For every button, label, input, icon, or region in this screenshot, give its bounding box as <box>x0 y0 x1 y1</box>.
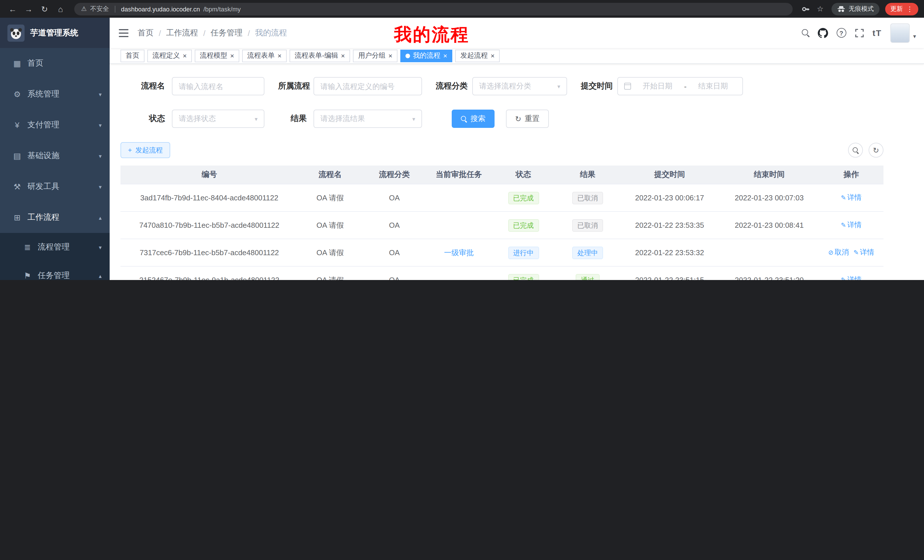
calendar-icon <box>624 83 631 90</box>
detail-button[interactable]: ✎详情 <box>841 220 861 230</box>
chevron-down-icon: ▾ <box>99 91 102 97</box>
edit-icon: ✎ <box>841 276 846 280</box>
list-icon: ≣ <box>23 243 32 252</box>
sidebar-item-infrastructure[interactable]: ▤基础设施▾ <box>0 141 110 171</box>
close-icon[interactable]: × <box>278 52 282 59</box>
detail-button[interactable]: ✎详情 <box>854 248 874 258</box>
tags-view-tab[interactable]: 发起流程× <box>455 49 500 62</box>
table-row: 7317cec6-7b9b-11ec-b5b7-acde48001122OA 请… <box>120 239 884 267</box>
screen: ← → ↻ ⌂ ⚠ 不安全 dashboard.yudao.iocoder.cn… <box>0 0 924 280</box>
select-placeholder: 请选择状态 <box>179 114 216 124</box>
cell-actions: ✎详情 <box>819 220 884 230</box>
menu-dots-icon[interactable]: ⋮ <box>906 5 913 13</box>
status-select[interactable]: 请选择状态 ▾ <box>172 109 264 128</box>
flag-icon: ⚑ <box>23 271 32 280</box>
avatar[interactable] <box>890 23 910 42</box>
cell-process-name: OA 请假 <box>298 247 362 258</box>
result-select[interactable]: 请选择流结果 ▾ <box>314 109 422 128</box>
hamburger-icon[interactable] <box>110 29 138 37</box>
breadcrumb-separator: / <box>203 28 206 37</box>
tags-view-tab[interactable]: 流程表单× <box>242 49 286 62</box>
address-bar[interactable]: ⚠ 不安全 dashboard.yudao.iocoder.cn/bpm/tas… <box>74 3 793 15</box>
github-icon[interactable] <box>818 28 828 38</box>
edit-icon: ✎ <box>854 249 859 256</box>
column-header: 状态 <box>491 169 556 180</box>
tags-view-tab[interactable]: 我的流程× <box>400 49 452 62</box>
process-name-input[interactable] <box>172 77 264 95</box>
detail-button[interactable]: ✎详情 <box>841 193 861 203</box>
security-label[interactable]: 不安全 <box>90 4 109 13</box>
cell-process-id: 7470a810-7b9b-11ec-b5b7-acde48001122 <box>120 221 298 229</box>
home-icon: ▦ <box>13 59 22 68</box>
key-icon[interactable] <box>802 5 810 13</box>
create-process-button[interactable]: + 发起流程 <box>120 142 170 158</box>
range-separator: - <box>684 82 687 90</box>
filter-process-name: 流程名 <box>126 77 264 95</box>
breadcrumb-item[interactable]: 首页 <box>138 28 154 38</box>
sidebar-item-process-management[interactable]: ≣流程管理▾ <box>0 233 110 262</box>
cell-submit-time: 2022-01-22 23:51:15 <box>620 276 720 280</box>
update-button[interactable]: 更新 ⋮ <box>885 3 918 15</box>
reload-button[interactable]: ↻ <box>38 2 51 16</box>
cell-current-task: 一级审批 <box>427 247 491 258</box>
tags-view-tab[interactable]: 流程表单-编辑× <box>290 49 350 62</box>
filter-row: 流程名 所属流程 流程分类 请选择流程分类 ▾ <box>126 77 924 95</box>
select-placeholder: 请选择流程分类 <box>479 81 531 91</box>
filter-submit-time: 提交时间 开始日期 - 结束日期 <box>581 77 743 95</box>
breadcrumb-item[interactable]: 工作流程 <box>166 28 198 38</box>
app-logo[interactable]: 芋道管理系统 <box>0 18 110 48</box>
chevron-down-icon[interactable]: ▾ <box>913 33 916 39</box>
close-icon[interactable]: × <box>490 52 495 59</box>
refresh-table-button[interactable]: ↻ <box>868 143 884 157</box>
back-button[interactable]: ← <box>6 2 20 16</box>
show-search-button[interactable] <box>848 143 863 157</box>
action-label: 取消 <box>835 248 849 258</box>
help-icon[interactable]: ? <box>837 28 846 38</box>
yen-icon: ¥ <box>13 120 22 130</box>
sidebar-item-dev-tools[interactable]: ⚒研发工具▾ <box>0 171 110 202</box>
close-icon[interactable]: × <box>443 52 447 59</box>
chevron-down-icon: ▾ <box>99 153 102 159</box>
submit-time-range-picker[interactable]: 开始日期 - 结束日期 <box>617 77 743 95</box>
tags-view-tab[interactable]: 用户分组× <box>353 49 398 62</box>
close-icon[interactable]: × <box>388 52 392 59</box>
close-icon[interactable]: × <box>230 52 234 59</box>
forward-button[interactable]: → <box>22 2 35 16</box>
home-button[interactable]: ⌂ <box>54 2 68 16</box>
tags-view-tab[interactable]: 首页 <box>120 49 144 62</box>
search-button[interactable]: 搜索 <box>452 109 495 128</box>
close-icon[interactable]: × <box>183 52 187 59</box>
cell-status: 已完成 <box>491 274 556 280</box>
reset-button[interactable]: ↻ 重置 <box>506 109 549 128</box>
sidebar-item-workflow[interactable]: ⊞工作流程▴ <box>0 202 110 233</box>
action-label: 详情 <box>847 275 861 280</box>
cell-process-name: OA 请假 <box>298 193 362 203</box>
detail-button[interactable]: ✎详情 <box>841 275 861 280</box>
table-row: 2152467e-7b9b-11ec-9a1b-acde48001122OA 请… <box>120 267 884 280</box>
tags-view-tab[interactable]: 流程模型× <box>195 49 239 62</box>
cell-submit-time: 2022-01-22 23:53:35 <box>620 221 720 229</box>
filter-label: 流程分类 <box>436 81 465 91</box>
sidebar-item-task-management[interactable]: ⚑任务管理▴ <box>0 262 110 280</box>
sidebar-item-home[interactable]: ▦首页 <box>0 48 110 79</box>
tab-label: 流程定义 <box>153 51 180 60</box>
logo-image <box>8 24 24 41</box>
cell-end-time: 2022-01-22 23:51:20 <box>720 276 819 280</box>
chevron-down-icon: ▾ <box>99 244 102 250</box>
sidebar-item-system-management[interactable]: ⚙系统管理▾ <box>0 79 110 109</box>
cancel-button[interactable]: ⊘取消 <box>828 248 849 258</box>
navbar-right: ? tT ▾ <box>802 23 924 42</box>
category-select[interactable]: 请选择流程分类 ▾ <box>472 77 567 95</box>
sidebar-item-payment-management[interactable]: ¥支付管理▾ <box>0 109 110 141</box>
breadcrumb-item[interactable]: 任务管理 <box>211 28 243 38</box>
sidebar-item-label: 任务管理 <box>38 271 70 280</box>
fullscreen-icon[interactable] <box>855 28 864 37</box>
process-def-input[interactable] <box>314 77 422 95</box>
tags-view-tab[interactable]: 流程定义× <box>147 49 192 62</box>
font-size-icon[interactable]: tT <box>873 28 882 38</box>
bookmark-star-icon[interactable]: ☆ <box>817 4 824 13</box>
close-icon[interactable]: × <box>341 52 345 59</box>
column-header: 流程名 <box>298 169 362 180</box>
search-icon[interactable] <box>802 29 809 36</box>
current-task-link[interactable]: 一级审批 <box>444 248 474 257</box>
